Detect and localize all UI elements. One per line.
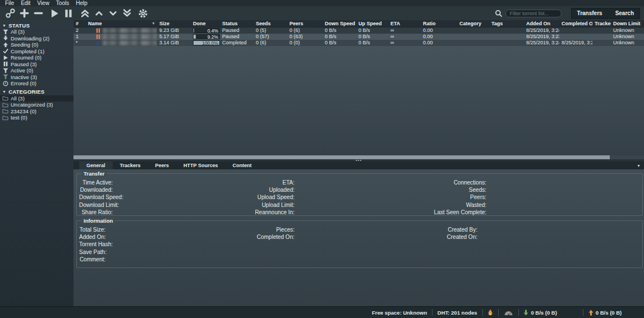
col-header-name-label: Name	[88, 20, 102, 27]
torrent-filter-input[interactable]	[505, 10, 562, 17]
download-speed-label: 0 B/s (0 B)	[531, 310, 556, 316]
cell-tracker	[592, 40, 611, 46]
dht-nodes-status: DHT: 201 nodes	[438, 310, 477, 316]
tab-general[interactable]: General	[79, 162, 113, 169]
col-header-completed-on[interactable]: Completed On	[559, 20, 592, 27]
cell-down-speed: 0 B/s	[323, 40, 356, 46]
sidebar-item-all[interactable]: All (3)	[0, 29, 73, 35]
label-completed-on: Completed On:	[150, 233, 295, 241]
transfer-groupbox: Transfer Time Active: Downloaded: Downlo…	[76, 173, 643, 216]
sidebar-item-resumed[interactable]: Resumed (0)	[0, 54, 73, 61]
col-header-eta[interactable]: ETA	[388, 20, 421, 27]
active-icon	[2, 67, 8, 73]
tab-search[interactable]: Search	[609, 8, 640, 19]
menu-tools[interactable]: Tools	[53, 0, 72, 6]
cell-category	[457, 40, 489, 46]
tab-trackers[interactable]: Trackers	[113, 162, 148, 169]
label-share-ratio: Share Ratio:	[79, 209, 113, 216]
scrollbar-thumb[interactable]	[73, 155, 610, 159]
sidebar-item-label: Active (0)	[11, 67, 33, 73]
sidebar-item-inactive[interactable]: Inactive (3)	[0, 74, 73, 81]
bottom-priority-icon[interactable]	[121, 8, 133, 19]
col-header-seeds[interactable]: Seeds	[254, 20, 287, 27]
tab-http-sources[interactable]: HTTP Sources	[176, 162, 225, 169]
menu-edit[interactable]: Edit	[17, 0, 34, 6]
sidebar-category-all[interactable]: All (3)	[0, 95, 73, 102]
col-header-status[interactable]: Status	[220, 20, 254, 27]
sidebar-category-uncategorized[interactable]: Uncategorized (3)	[0, 102, 73, 108]
sidebar-item-label: Uncategorized (3)	[11, 102, 53, 108]
menu-view[interactable]: View	[34, 0, 53, 6]
status-bar: Free space: Unknown DHT: 201 nodes 0 B/s…	[0, 306, 644, 318]
cell-added-on: 8/25/2019, 3:24...	[524, 40, 559, 46]
cell-completed-on	[559, 34, 592, 40]
menu-file[interactable]: File	[2, 0, 17, 6]
sidebar-item-downloading[interactable]: Downloading (2)	[0, 35, 73, 42]
link-icon[interactable]	[4, 8, 16, 19]
cell-status: Paused	[220, 34, 254, 40]
cell-seeds: 0 (57)	[254, 34, 287, 40]
connection-status-icon[interactable]	[487, 309, 493, 316]
label-downloaded: Downloaded:	[79, 186, 113, 193]
paused-state-icon	[95, 34, 100, 39]
cell-added-on: 8/25/2019, 3:23...	[524, 34, 559, 40]
sidebar-item-label: Errored (0)	[11, 80, 36, 86]
cell-size: 5.17 GiB	[157, 34, 191, 40]
add-torrent-icon[interactable]	[18, 8, 30, 19]
options-gear-icon[interactable]	[137, 8, 149, 19]
progress-bar: 0.4%	[193, 28, 220, 33]
delete-icon[interactable]	[32, 8, 44, 19]
col-header-category[interactable]: Category	[457, 20, 489, 27]
seeding-icon	[2, 42, 8, 48]
downloading-icon	[2, 35, 8, 42]
sidebar-item-seeding[interactable]: Seeding (0)	[0, 42, 73, 48]
col-header-peers[interactable]: Peers	[287, 20, 323, 27]
col-header-added-on[interactable]: Added On	[524, 20, 559, 27]
sidebar-category-test[interactable]: test (0)	[0, 114, 73, 121]
col-header-up-speed[interactable]: Up Speed	[356, 20, 388, 27]
increase-priority-icon[interactable]	[93, 8, 105, 19]
top-priority-icon[interactable]	[79, 8, 91, 19]
decrease-priority-icon[interactable]	[107, 8, 119, 19]
col-header-ratio[interactable]: Ratio	[421, 20, 457, 27]
pause-icon[interactable]	[62, 8, 75, 19]
cell-down-limit: Unknown	[611, 27, 644, 34]
progress-label: 0.4%	[192, 29, 218, 33]
col-header-down-speed[interactable]: Down Speed	[323, 20, 356, 27]
tab-peers[interactable]: Peers	[148, 162, 177, 169]
progress-label: 100.0%	[192, 41, 218, 45]
sidebar-category-234234[interactable]: 234234 (0)	[0, 108, 73, 115]
col-header-name[interactable]: Name ▼	[86, 20, 157, 27]
cell-up-speed: 0 B/s	[356, 27, 388, 34]
cell-eta: ∞	[388, 34, 421, 40]
col-header-done[interactable]: Done	[191, 20, 220, 27]
tab-content[interactable]: Content	[225, 162, 259, 169]
tab-transfers[interactable]: Transfers	[571, 8, 609, 19]
sidebar-item-paused[interactable]: Paused (3)	[0, 61, 73, 68]
col-header-down-limit[interactable]: Down Limit	[611, 20, 644, 27]
resume-icon[interactable]	[48, 8, 61, 19]
col-header-tracker[interactable]: Tracker	[592, 20, 611, 27]
chevron-down-icon[interactable]: ▼	[637, 164, 641, 168]
categories-section-label: CATEGORIES	[8, 89, 44, 95]
menu-help[interactable]: Help	[72, 0, 91, 6]
torrent-row-selected[interactable]: 1 5.17 GiB 9.2% Paused 0 (57) 0 (63) 0 B…	[73, 34, 644, 40]
col-header-num[interactable]: #	[73, 20, 86, 27]
sidebar-item-completed[interactable]: Completed (1)	[0, 48, 73, 55]
label-wasted: Wasted:	[318, 201, 486, 209]
collapse-triangle-icon: ▼	[2, 90, 6, 94]
status-section-header[interactable]: ▼ STATUS	[0, 22, 73, 29]
cell-ratio: 0.00	[421, 27, 457, 34]
divider	[432, 309, 433, 316]
categories-section-header[interactable]: ▼ CATEGORIES	[0, 89, 73, 95]
sidebar-item-active[interactable]: Active (0)	[0, 67, 73, 74]
speed-limits-icon[interactable]	[504, 310, 513, 316]
sidebar-item-errored[interactable]: Errored (0)	[0, 80, 73, 87]
col-header-tags[interactable]: Tags	[489, 20, 524, 27]
label-time-active: Time Active:	[79, 179, 113, 186]
cell-tracker	[592, 34, 611, 40]
torrent-row[interactable]: 2 9.23 GiB 0.4% Paused 0 (5) 0 (6) 0 B/s…	[73, 27, 644, 34]
col-header-size[interactable]: Size	[157, 20, 191, 27]
torrent-row[interactable]: * 3.14 GiB 100.0% Completed 0 (6) 0 (0) …	[73, 40, 644, 46]
upload-arrow-icon	[588, 310, 594, 316]
